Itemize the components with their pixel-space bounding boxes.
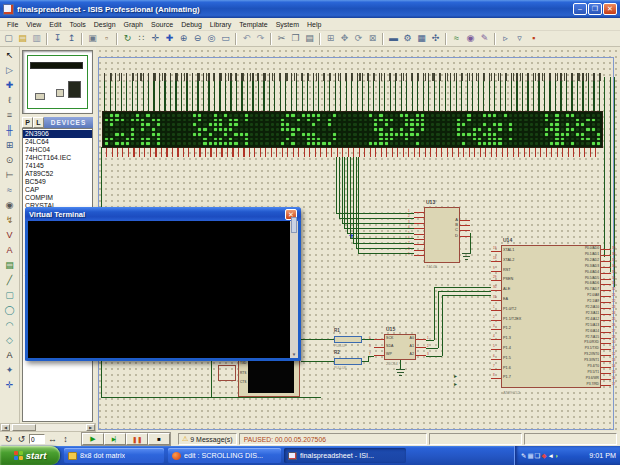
menu-item-edit[interactable]: Edit [45,21,65,28]
paste-icon[interactable]: ▤ [303,32,316,45]
search-tag-icon[interactable]: ◉ [464,32,477,45]
property-assignment-icon[interactable]: ✎ [478,32,491,45]
device-pin-icon[interactable]: ⊢ [2,169,17,182]
device-item[interactable]: AT89C52 [25,170,92,178]
zoom-area-icon[interactable]: ▭ [219,32,232,45]
stop-button[interactable]: ■ [148,433,170,445]
component-u13[interactable]: U13 74145 123456789ABCD [406,199,478,271]
scroll-down-arrow-icon[interactable]: ▼ [292,351,296,358]
taskbar-task[interactable]: 8x8 dot matrix [64,448,164,463]
menu-item-debug[interactable]: Debug [177,21,206,28]
display-icon[interactable]: ▦ [527,452,533,460]
undo-icon[interactable]: ↶ [240,32,253,45]
block-delete-icon[interactable]: ⊠ [366,32,379,45]
component-r2[interactable] [334,358,362,365]
device-item[interactable]: 74HCT164.IEC [25,154,92,162]
message-log[interactable]: ⚠ 9 Message(s) [178,433,237,445]
wire-label-icon[interactable]: ℓ [2,94,17,107]
led-matrix-display[interactable] [102,111,603,148]
subcircuit-icon[interactable]: ⊞ [2,139,17,152]
wire-autorouter-icon[interactable]: ≈ [450,32,463,45]
rotate-clockwise-button[interactable]: ↻ [3,434,14,445]
menu-item-template[interactable]: Template [235,21,271,28]
terminal-screen[interactable] [28,221,290,358]
device-item[interactable]: 24LC64 [25,138,92,146]
zoom-all-icon[interactable]: ◎ [205,32,218,45]
menu-item-system[interactable]: System [272,21,303,28]
virtual-instruments-icon[interactable]: ▤ [2,259,17,272]
tape-recorder-icon[interactable]: ◉ [2,199,17,212]
toggle-grid-icon[interactable]: ∷ [135,32,148,45]
component-icon[interactable]: ▷ [2,64,17,77]
device-item[interactable]: 74145 [25,162,92,170]
export-section-icon[interactable]: ↥ [65,32,78,45]
block-rotate-icon[interactable]: ⟳ [352,32,365,45]
device-item[interactable]: COMPIM [25,194,92,202]
copy-icon[interactable]: ❐ [289,32,302,45]
scrollbar-track[interactable] [10,424,86,431]
block-copy-icon[interactable]: ⊞ [324,32,337,45]
menu-item-source[interactable]: Source [147,21,177,28]
pick-parts-button[interactable]: P [22,117,33,128]
scroll-right-arrow-icon[interactable]: ▶ [86,424,95,431]
new-design-icon[interactable]: ▢ [2,32,15,45]
rotation-angle-field[interactable] [29,434,45,444]
2d-text-icon[interactable]: A [2,349,17,362]
new-sheet-icon[interactable]: ▹ [499,32,512,45]
decompose-icon[interactable]: ✣ [429,32,442,45]
network-icon[interactable]: ◗ [555,452,559,460]
voltage-probe-icon[interactable]: V [2,229,17,242]
mark-output-area-icon[interactable]: ▫ [100,32,113,45]
zoom-in-icon[interactable]: ⊕ [177,32,190,45]
pick-device-icon[interactable]: ▬ [387,32,400,45]
cut-icon[interactable]: ✂ [275,32,288,45]
make-device-icon[interactable]: ⚙ [401,32,414,45]
menu-item-tools[interactable]: Tools [65,21,89,28]
taskbar-task[interactable]: finalspreadsheet - ISI... [284,448,406,463]
antivirus-icon[interactable]: ◆ [541,452,546,460]
terminal-scrollbar-thumb[interactable] [291,217,297,233]
mirror-vertical-button[interactable]: ↕ [60,434,71,445]
virtual-terminal-titlebar[interactable]: Virtual Terminal ✕ [25,207,301,221]
2d-circle-icon[interactable]: ◯ [2,304,17,317]
terminal-icon[interactable]: ⊙ [2,154,17,167]
generator-icon[interactable]: ↯ [2,214,17,227]
step-button[interactable]: ▶▏ [104,433,126,445]
device-item[interactable]: BC549 [25,178,92,186]
minimize-button[interactable]: – [573,3,587,15]
print-icon[interactable]: ▣ [86,32,99,45]
open-design-icon[interactable]: ▤ [16,32,29,45]
menu-item-file[interactable]: File [3,21,22,28]
mirror-horizontal-button[interactable]: ↔ [47,434,58,445]
close-button[interactable]: ✕ [603,3,617,15]
graph-icon[interactable]: ≈ [2,184,17,197]
2d-arc-icon[interactable]: ◠ [2,319,17,332]
2d-marker-icon[interactable]: ✛ [2,379,17,392]
restore-button[interactable]: ❐ [588,3,602,15]
component-u14[interactable]: U14 AT89C52 19XTAL118XTAL29RST29PSEN30AL… [491,238,620,400]
device-item[interactable]: CAP [25,186,92,194]
zoom-out-icon[interactable]: ⊖ [191,32,204,45]
pause-button[interactable]: ❚❚ [126,433,148,445]
center-at-cursor-icon[interactable]: ✚ [163,32,176,45]
selection-icon[interactable]: ↖ [2,49,17,62]
import-section-icon[interactable]: ↧ [51,32,64,45]
menu-item-help[interactable]: Help [303,21,325,28]
taskbar-task[interactable]: edit : SCROLLING DIS... [168,448,281,463]
library-button[interactable]: L [33,117,44,128]
2d-line-icon[interactable]: ╱ [2,274,17,287]
schematic-preview[interactable] [22,50,93,114]
terminal-scrollbar[interactable]: ▲ ▼ [290,221,298,358]
device-list-scrollbar[interactable]: ◀ ▶ [0,423,96,432]
device-item[interactable]: 2N3906 [23,130,92,138]
device-item[interactable]: 74HC04 [25,146,92,154]
junction-dot-icon[interactable]: ✚ [2,79,17,92]
start-button[interactable]: start [0,446,60,465]
menu-item-view[interactable]: View [22,21,45,28]
bus-icon[interactable]: ╫ [2,124,17,137]
pencil-icon[interactable]: ✎ [521,452,526,460]
component-u15[interactable]: U15 24C64 6SCK5SDA7WPA01A12A23 [366,326,444,370]
scroll-left-arrow-icon[interactable]: ◀ [1,424,10,431]
menu-item-graph[interactable]: Graph [120,21,147,28]
exit-to-parent-icon[interactable]: ▪ [527,32,540,45]
